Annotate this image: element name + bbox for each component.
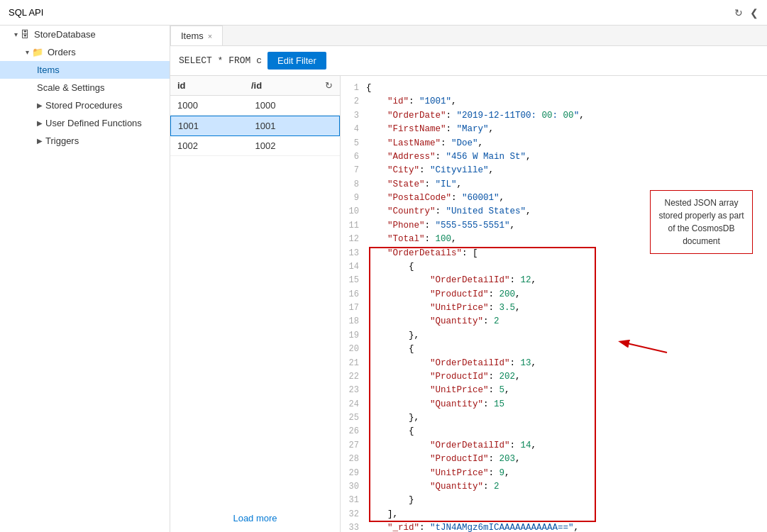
tab-items[interactable]: Items ×	[170, 26, 223, 45]
sidebar-item-scale-settings[interactable]: Scale & Settings	[0, 79, 170, 96]
json-line: 19 },	[341, 329, 767, 343]
json-line: 7 "City": "Cityville",	[341, 164, 767, 177]
json-line: 5 "LastName": "Doe",	[341, 137, 767, 150]
table-col-partition: /id	[251, 80, 325, 91]
chevron-down-icon-orders: ▾	[26, 48, 29, 56]
sidebar-item-label-items: Items	[37, 65, 60, 75]
row-id: 1001	[178, 121, 255, 131]
table-panel: id /id ↻ 1000 1000 1001 1001 1002 1	[170, 76, 341, 532]
split-pane: id /id ↻ 1000 1000 1001 1001 1002 1	[170, 76, 767, 532]
json-line: 1{	[341, 82, 767, 95]
sidebar-item-label-sp: Stored Procedures	[45, 100, 122, 111]
chevron-right-icon-udf: ▶	[37, 119, 43, 127]
sidebar-item-label-scale: Scale & Settings	[37, 82, 104, 93]
sidebar-item-label-udf: User Defined Functions	[45, 118, 142, 128]
json-line: 16 "ProductId": 200,	[341, 288, 767, 301]
database-icon: 🗄	[21, 29, 30, 40]
row-id: 1000	[177, 100, 255, 111]
json-line: 27 "OrderDetailId": 14,	[341, 439, 767, 453]
row-partition: 1002	[255, 140, 333, 151]
sidebar-item-label-triggers: Triggers	[45, 135, 79, 146]
json-line: 28 "ProductId": 203,	[341, 453, 767, 466]
callout-box: Nested JSON array stored properly as par…	[650, 190, 753, 254]
json-lines: 1{2 "id": "1001",3 "OrderDate": "2019-12…	[341, 82, 767, 532]
collapse-icon[interactable]: ❮	[750, 7, 758, 18]
json-line: 21 "OrderDetailId": 13,	[341, 357, 767, 370]
json-line: 15 "OrderDetailId": 12,	[341, 274, 767, 287]
chevron-right-icon-sp: ▶	[37, 101, 43, 109]
top-bar-title: SQL API	[9, 7, 43, 18]
json-line: 20 {	[341, 343, 767, 356]
row-partition: 1001	[255, 121, 333, 131]
json-line: 26 {	[341, 425, 767, 438]
json-line: 32 ],	[341, 508, 767, 521]
sidebar-item-orders[interactable]: ▾ 📁 Orders	[0, 43, 170, 61]
json-line: 22 "ProductId": 202,	[341, 370, 767, 384]
tab-label: Items	[181, 31, 204, 41]
refresh-table-icon[interactable]: ↻	[325, 80, 333, 91]
json-line: 33 "_rid": "tJN4AMgz6mICAAAAAAAAAAA==",	[341, 521, 767, 532]
chevron-down-icon: ▾	[14, 31, 18, 38]
sidebar-item-label-orders: Orders	[48, 47, 76, 57]
json-line: 23 "UnitPrice": 5,	[341, 384, 767, 397]
json-line: 6 "Address": "456 W Main St",	[341, 150, 767, 164]
json-line: 24 "Quantity": 15	[341, 398, 767, 411]
json-line: 2 "id": "1001",	[341, 95, 767, 109]
json-line: 14 {	[341, 260, 767, 274]
row-partition: 1000	[255, 100, 333, 111]
table-row[interactable]: 1002 1002	[170, 136, 340, 156]
sidebar-item-label: StoreDatabase	[34, 29, 96, 40]
row-id: 1002	[177, 140, 255, 151]
json-line: 4 "FirstName": "Mary",	[341, 123, 767, 136]
query-bar: SELECT * FROM c Edit Filter	[170, 46, 767, 76]
refresh-icon[interactable]: ↻	[734, 7, 743, 18]
main-layout: ▾ 🗄 StoreDatabase ▾ 📁 Orders Items Scale…	[0, 26, 767, 532]
table-row[interactable]: 1001 1001	[170, 116, 340, 136]
edit-filter-button[interactable]: Edit Filter	[267, 52, 326, 70]
json-panel: 1{2 "id": "1001",3 "OrderDate": "2019-12…	[341, 76, 767, 532]
tab-bar: Items ×	[170, 26, 767, 46]
table-header: id /id ↻	[170, 76, 340, 96]
content-area: Items × SELECT * FROM c Edit Filter id /…	[170, 26, 767, 532]
top-bar-icons: ↻ ❮	[734, 7, 758, 18]
top-bar: SQL API ↻ ❮	[0, 0, 767, 26]
json-line: 30 "Quantity": 2	[341, 480, 767, 494]
table-col-id: id	[177, 80, 251, 91]
json-line: 3 "OrderDate": "2019-12-11T00: 00: 00",	[341, 109, 767, 123]
table-body: 1000 1000 1001 1001 1002 1002	[170, 96, 340, 504]
sidebar-item-stored-procedures[interactable]: ▶ Stored Procedures	[0, 96, 170, 114]
callout-text: Nested JSON array stored properly as par…	[658, 198, 744, 246]
tab-close-icon[interactable]: ×	[208, 32, 212, 40]
query-text: SELECT * FROM c	[179, 55, 262, 66]
sidebar-item-items[interactable]: Items	[0, 61, 170, 79]
sidebar-item-udf[interactable]: ▶ User Defined Functions	[0, 114, 170, 132]
json-line: 17 "UnitPrice": 3.5,	[341, 301, 767, 315]
json-line: 29 "UnitPrice": 9,	[341, 467, 767, 480]
folder-icon: 📁	[32, 47, 43, 57]
sidebar-item-store-database[interactable]: ▾ 🗄 StoreDatabase	[0, 26, 170, 43]
chevron-right-icon-triggers: ▶	[37, 137, 43, 145]
json-line: 18 "Quantity": 2	[341, 315, 767, 328]
table-row[interactable]: 1000 1000	[170, 96, 340, 116]
sidebar: ▾ 🗄 StoreDatabase ▾ 📁 Orders Items Scale…	[0, 26, 170, 532]
sidebar-item-triggers[interactable]: ▶ Triggers	[0, 132, 170, 150]
json-line: 25 },	[341, 411, 767, 425]
load-more-button[interactable]: Load more	[170, 504, 340, 532]
json-line: 31 }	[341, 494, 767, 507]
